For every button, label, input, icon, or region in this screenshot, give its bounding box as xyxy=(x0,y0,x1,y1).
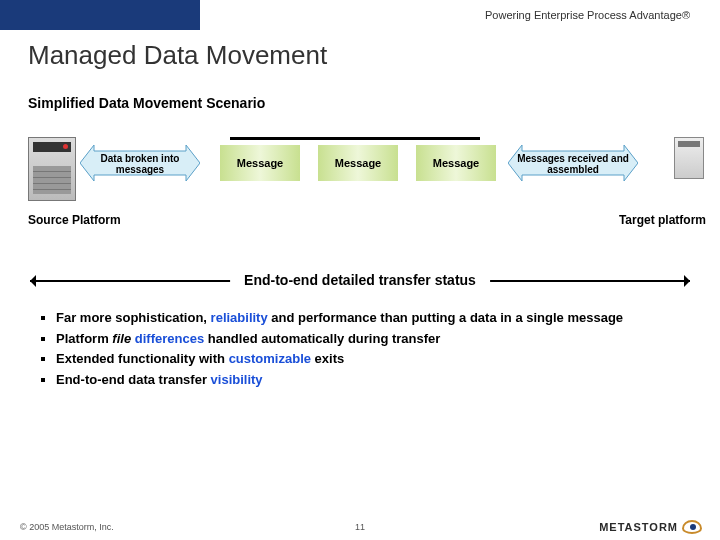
assemble-arrow: Messages received and assembled xyxy=(508,141,638,185)
tagline: Powering Enterprise Process Advantage® xyxy=(200,0,720,30)
message-3: Message xyxy=(416,145,496,181)
page-title: Managed Data Movement xyxy=(0,30,720,77)
bullet-list: Far more sophistication, reliability and… xyxy=(0,303,720,388)
message-2: Message xyxy=(318,145,398,181)
highlight: differences xyxy=(135,331,204,346)
subtitle: Simplified Data Movement Scenario xyxy=(0,77,720,119)
message-1: Message xyxy=(220,145,300,181)
page-number: 11 xyxy=(355,522,365,532)
header-blue-block xyxy=(0,0,200,30)
highlight: visibility xyxy=(211,372,263,387)
list-item: End-to-end data transfer visibility xyxy=(56,371,680,389)
break-arrow: Data broken into messages xyxy=(80,141,200,185)
status-text: End-to-end detailed transfer status xyxy=(230,272,490,288)
source-label: Source Platform xyxy=(28,213,121,227)
text: handled automatically during transfer xyxy=(204,331,440,346)
highlight: reliability xyxy=(211,310,268,325)
list-item: Extended functionality with customizable… xyxy=(56,350,680,368)
list-item: Far more sophistication, reliability and… xyxy=(56,309,680,327)
header-bar: Powering Enterprise Process Advantage® xyxy=(0,0,720,30)
list-item: Platform file differences handled automa… xyxy=(56,330,680,348)
brand-logo: METASTORM xyxy=(599,520,702,534)
eye-icon xyxy=(682,520,702,534)
status-bar: End-to-end detailed transfer status xyxy=(30,271,690,289)
break-label: Data broken into messages xyxy=(80,153,200,175)
text: Far more sophistication, xyxy=(56,310,211,325)
text: and performance than putting a data in a… xyxy=(268,310,623,325)
text: End-to-end data transfer xyxy=(56,372,211,387)
target-label: Target platform xyxy=(619,213,706,227)
highlight: customizable xyxy=(229,351,311,366)
text: exits xyxy=(311,351,344,366)
assemble-label: Messages received and assembled xyxy=(508,153,638,175)
text: Extended functionality with xyxy=(56,351,229,366)
text: Platform xyxy=(56,331,112,346)
source-server-icon xyxy=(28,137,76,201)
emphasis: file xyxy=(112,331,131,346)
target-server-icon xyxy=(674,137,704,179)
brand-text: METASTORM xyxy=(599,521,678,533)
diagram: Data broken into messages Message Messag… xyxy=(10,131,710,261)
copyright: © 2005 Metastorm, Inc. xyxy=(20,522,114,532)
pipe-line xyxy=(230,137,480,140)
